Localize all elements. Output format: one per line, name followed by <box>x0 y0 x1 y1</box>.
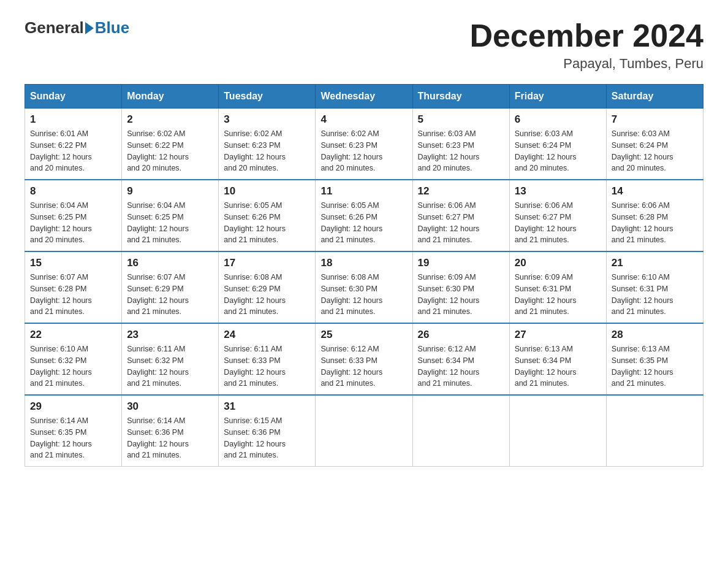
day-info: Sunrise: 6:06 AMSunset: 6:27 PMDaylight:… <box>418 200 504 246</box>
calendar-week-row: 8Sunrise: 6:04 AMSunset: 6:25 PMDaylight… <box>25 180 703 251</box>
day-number: 31 <box>224 400 310 413</box>
calendar-cell: 22Sunrise: 6:10 AMSunset: 6:32 PMDayligh… <box>25 323 122 395</box>
calendar-cell: 17Sunrise: 6:08 AMSunset: 6:29 PMDayligh… <box>219 251 316 323</box>
calendar-cell: 18Sunrise: 6:08 AMSunset: 6:30 PMDayligh… <box>316 251 412 323</box>
calendar-cell: 23Sunrise: 6:11 AMSunset: 6:32 PMDayligh… <box>122 323 219 395</box>
day-info: Sunrise: 6:06 AMSunset: 6:28 PMDaylight:… <box>612 200 698 246</box>
day-info: Sunrise: 6:04 AMSunset: 6:25 PMDaylight:… <box>30 200 116 246</box>
day-number: 5 <box>418 113 504 126</box>
day-number: 8 <box>30 185 116 197</box>
day-number: 27 <box>515 329 601 341</box>
calendar-cell: 31Sunrise: 6:15 AMSunset: 6:36 PMDayligh… <box>219 395 316 467</box>
calendar-header-saturday: Saturday <box>606 85 703 109</box>
calendar-cell: 24Sunrise: 6:11 AMSunset: 6:33 PMDayligh… <box>219 323 316 395</box>
day-info: Sunrise: 6:13 AMSunset: 6:34 PMDaylight:… <box>515 343 601 389</box>
day-info: Sunrise: 6:08 AMSunset: 6:29 PMDaylight:… <box>224 272 310 318</box>
calendar-cell: 30Sunrise: 6:14 AMSunset: 6:36 PMDayligh… <box>122 395 219 467</box>
day-number: 10 <box>224 185 310 197</box>
day-info: Sunrise: 6:09 AMSunset: 6:31 PMDaylight:… <box>515 272 601 318</box>
day-number: 20 <box>515 257 601 269</box>
day-info: Sunrise: 6:15 AMSunset: 6:36 PMDaylight:… <box>224 415 310 461</box>
calendar-cell: 12Sunrise: 6:06 AMSunset: 6:27 PMDayligh… <box>412 180 509 251</box>
calendar-header-wednesday: Wednesday <box>316 85 412 109</box>
calendar-cell: 10Sunrise: 6:05 AMSunset: 6:26 PMDayligh… <box>219 180 316 251</box>
calendar-header-row: SundayMondayTuesdayWednesdayThursdayFrid… <box>25 85 703 109</box>
day-number: 23 <box>127 329 213 341</box>
day-number: 6 <box>515 113 601 126</box>
calendar-header-sunday: Sunday <box>25 85 122 109</box>
day-number: 28 <box>612 329 698 341</box>
month-title: December 2024 <box>469 18 703 53</box>
day-info: Sunrise: 6:12 AMSunset: 6:33 PMDaylight:… <box>320 343 407 389</box>
calendar-cell: 3Sunrise: 6:02 AMSunset: 6:23 PMDaylight… <box>219 109 316 180</box>
day-info: Sunrise: 6:05 AMSunset: 6:26 PMDaylight:… <box>320 200 407 246</box>
logo-general-text: General <box>25 18 84 37</box>
calendar-cell: 2Sunrise: 6:02 AMSunset: 6:22 PMDaylight… <box>122 109 219 180</box>
day-number: 30 <box>127 400 213 413</box>
calendar-cell <box>412 395 509 467</box>
day-info: Sunrise: 6:11 AMSunset: 6:32 PMDaylight:… <box>127 343 213 389</box>
day-number: 11 <box>320 185 407 197</box>
calendar-cell <box>316 395 412 467</box>
logo-arrow-icon <box>85 22 94 34</box>
calendar-cell: 25Sunrise: 6:12 AMSunset: 6:33 PMDayligh… <box>316 323 412 395</box>
day-info: Sunrise: 6:03 AMSunset: 6:24 PMDaylight:… <box>612 128 698 174</box>
day-info: Sunrise: 6:09 AMSunset: 6:30 PMDaylight:… <box>418 272 504 318</box>
day-info: Sunrise: 6:04 AMSunset: 6:25 PMDaylight:… <box>127 200 213 246</box>
day-info: Sunrise: 6:03 AMSunset: 6:24 PMDaylight:… <box>515 128 601 174</box>
calendar-cell: 14Sunrise: 6:06 AMSunset: 6:28 PMDayligh… <box>606 180 703 251</box>
day-info: Sunrise: 6:03 AMSunset: 6:23 PMDaylight:… <box>418 128 504 174</box>
calendar-week-row: 15Sunrise: 6:07 AMSunset: 6:28 PMDayligh… <box>25 251 703 323</box>
calendar-cell: 1Sunrise: 6:01 AMSunset: 6:22 PMDaylight… <box>25 109 122 180</box>
calendar-cell: 21Sunrise: 6:10 AMSunset: 6:31 PMDayligh… <box>606 251 703 323</box>
calendar-cell <box>509 395 606 467</box>
day-number: 22 <box>30 329 116 341</box>
calendar-cell: 4Sunrise: 6:02 AMSunset: 6:23 PMDaylight… <box>316 109 412 180</box>
day-number: 13 <box>515 185 601 197</box>
calendar-header-thursday: Thursday <box>412 85 509 109</box>
calendar-cell: 27Sunrise: 6:13 AMSunset: 6:34 PMDayligh… <box>509 323 606 395</box>
day-number: 26 <box>418 329 504 341</box>
day-number: 2 <box>127 113 213 126</box>
calendar-cell: 8Sunrise: 6:04 AMSunset: 6:25 PMDaylight… <box>25 180 122 251</box>
day-number: 29 <box>30 400 116 413</box>
calendar-cell: 13Sunrise: 6:06 AMSunset: 6:27 PMDayligh… <box>509 180 606 251</box>
day-number: 12 <box>418 185 504 197</box>
calendar-cell: 28Sunrise: 6:13 AMSunset: 6:35 PMDayligh… <box>606 323 703 395</box>
calendar-cell: 5Sunrise: 6:03 AMSunset: 6:23 PMDaylight… <box>412 109 509 180</box>
day-number: 7 <box>612 113 698 126</box>
page-header: General Blue December 2024 Papayal, Tumb… <box>25 18 703 72</box>
day-info: Sunrise: 6:14 AMSunset: 6:35 PMDaylight:… <box>30 415 116 461</box>
day-info: Sunrise: 6:02 AMSunset: 6:23 PMDaylight:… <box>320 128 407 174</box>
day-info: Sunrise: 6:10 AMSunset: 6:31 PMDaylight:… <box>612 272 698 318</box>
day-info: Sunrise: 6:14 AMSunset: 6:36 PMDaylight:… <box>127 415 213 461</box>
logo: General Blue <box>25 18 129 37</box>
calendar-cell: 15Sunrise: 6:07 AMSunset: 6:28 PMDayligh… <box>25 251 122 323</box>
day-info: Sunrise: 6:07 AMSunset: 6:28 PMDaylight:… <box>30 272 116 318</box>
calendar-cell: 16Sunrise: 6:07 AMSunset: 6:29 PMDayligh… <box>122 251 219 323</box>
calendar-cell: 29Sunrise: 6:14 AMSunset: 6:35 PMDayligh… <box>25 395 122 467</box>
day-number: 3 <box>224 113 310 126</box>
day-number: 19 <box>418 257 504 269</box>
day-number: 14 <box>612 185 698 197</box>
day-number: 25 <box>320 329 407 341</box>
calendar-table: SundayMondayTuesdayWednesdayThursdayFrid… <box>25 84 703 467</box>
calendar-week-row: 1Sunrise: 6:01 AMSunset: 6:22 PMDaylight… <box>25 109 703 180</box>
day-info: Sunrise: 6:02 AMSunset: 6:22 PMDaylight:… <box>127 128 213 174</box>
calendar-cell: 7Sunrise: 6:03 AMSunset: 6:24 PMDaylight… <box>606 109 703 180</box>
day-info: Sunrise: 6:05 AMSunset: 6:26 PMDaylight:… <box>224 200 310 246</box>
day-info: Sunrise: 6:07 AMSunset: 6:29 PMDaylight:… <box>127 272 213 318</box>
day-number: 24 <box>224 329 310 341</box>
day-info: Sunrise: 6:08 AMSunset: 6:30 PMDaylight:… <box>320 272 407 318</box>
day-info: Sunrise: 6:02 AMSunset: 6:23 PMDaylight:… <box>224 128 310 174</box>
calendar-header-monday: Monday <box>122 85 219 109</box>
calendar-cell: 26Sunrise: 6:12 AMSunset: 6:34 PMDayligh… <box>412 323 509 395</box>
day-number: 21 <box>612 257 698 269</box>
day-info: Sunrise: 6:06 AMSunset: 6:27 PMDaylight:… <box>515 200 601 246</box>
calendar-week-row: 22Sunrise: 6:10 AMSunset: 6:32 PMDayligh… <box>25 323 703 395</box>
calendar-cell <box>606 395 703 467</box>
day-number: 4 <box>320 113 407 126</box>
day-number: 17 <box>224 257 310 269</box>
day-info: Sunrise: 6:01 AMSunset: 6:22 PMDaylight:… <box>30 128 116 174</box>
day-number: 15 <box>30 257 116 269</box>
